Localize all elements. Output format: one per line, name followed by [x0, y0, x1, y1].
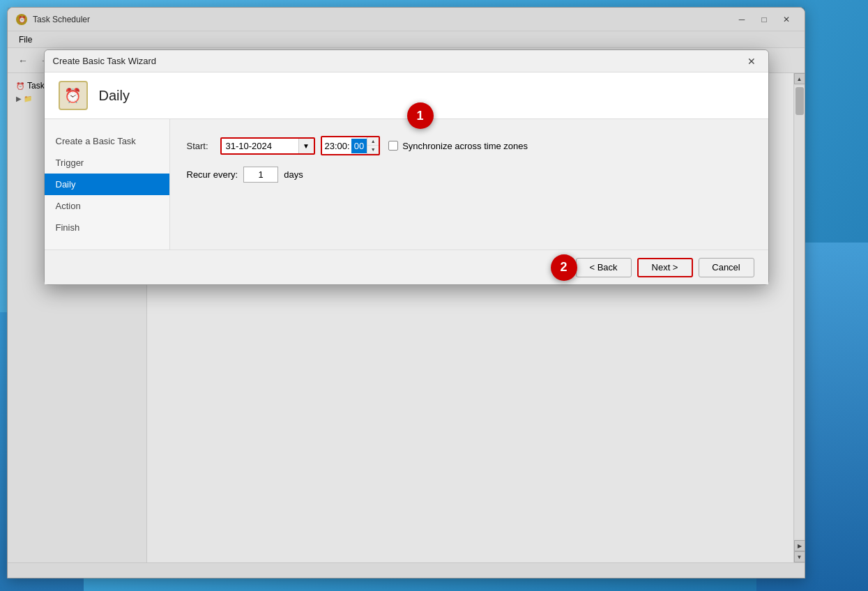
dialog-title-bar: Create Basic Task Wizard ✕ [45, 50, 768, 72]
sync-checkbox[interactable] [388, 141, 398, 151]
date-picker-button[interactable]: ▼ [298, 139, 314, 153]
sync-label: Synchronize across time zones [402, 141, 528, 151]
wizard-nav: Create a Basic Task Trigger Daily Action… [45, 119, 170, 250]
cancel-dialog-button[interactable]: Cancel [699, 258, 754, 277]
main-window: ⏰ Task Scheduler ─ □ ✕ File ← → ⏰ Task..… [7, 7, 805, 578]
wizard-title: Daily [99, 88, 130, 104]
date-input[interactable] [222, 139, 298, 153]
time-input-group[interactable]: 23:00:00 ▲ ▼ [321, 136, 381, 155]
time-down-button[interactable]: ▼ [367, 146, 379, 154]
nav-item-trigger[interactable]: Trigger [45, 152, 169, 174]
time-seconds[interactable]: 00 [351, 139, 367, 153]
recur-row: Recur every: days [187, 167, 752, 183]
sync-checkbox-row: Synchronize across time zones [388, 141, 528, 151]
recur-input[interactable] [243, 167, 278, 183]
start-form-row: Start: ▼ 23:00:00 ▲ [187, 136, 752, 155]
nav-item-finish[interactable]: Finish [45, 217, 169, 238]
dialog: Create Basic Task Wizard ✕ ⏰ Daily Creat… [44, 49, 769, 285]
wizard-content: 1 Start: ▼ 23:00:00 [170, 119, 768, 250]
wizard-layout: Create a Basic Task Trigger Daily Action… [45, 119, 768, 250]
next-dialog-button[interactable]: Next > [637, 258, 693, 277]
dialog-overlay: Create Basic Task Wizard ✕ ⏰ Daily Creat… [8, 8, 805, 578]
wizard-header: ⏰ Daily [45, 72, 768, 119]
back-dialog-button[interactable]: < Back [576, 258, 632, 277]
days-label: days [284, 169, 303, 180]
time-spinner: ▲ ▼ [367, 137, 379, 154]
start-label: Start: [187, 141, 215, 151]
time-hours-minutes: 23:00: [322, 139, 351, 153]
nav-item-daily[interactable]: Daily [45, 174, 169, 195]
recur-label: Recur every: [187, 169, 238, 180]
dialog-close-button[interactable]: ✕ [743, 54, 760, 69]
nav-item-create-task[interactable]: Create a Basic Task [45, 130, 169, 152]
wizard-icon: ⏰ [59, 81, 88, 110]
wizard-icon-symbol: ⏰ [64, 87, 82, 104]
date-input-group[interactable]: ▼ [220, 137, 315, 155]
nav-item-action[interactable]: Action [45, 195, 169, 217]
dialog-footer: 2 < Back Next > Cancel [45, 250, 768, 284]
annotation-2: 2 [551, 254, 577, 281]
time-up-button[interactable]: ▲ [367, 137, 379, 146]
time-display: 23:00:00 [322, 137, 367, 154]
annotation-1: 1 [407, 102, 434, 129]
dialog-title: Create Basic Task Wizard [53, 56, 743, 66]
